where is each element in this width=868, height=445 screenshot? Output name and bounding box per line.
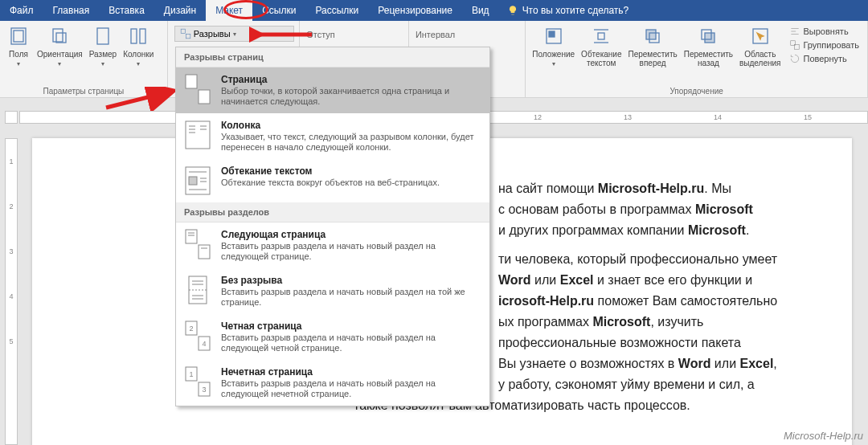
break-page-icon (184, 74, 211, 104)
size-icon (91, 24, 115, 48)
svg-text:1: 1 (189, 370, 193, 378)
tab-insert[interactable]: Вставка (99, 0, 154, 21)
wrap-text-button[interactable]: Обтекание текстом (578, 22, 624, 86)
svg-rect-16 (705, 33, 714, 43)
break-oddpage-item[interactable]: 13 Нечетная страницаВставить разрыв разд… (176, 360, 489, 406)
break-page-item[interactable]: СтраницаВыбор точки, в которой заканчива… (176, 67, 489, 113)
svg-rect-38 (186, 230, 197, 243)
arrange-extra: Выровнять Группировать Повернуть (784, 22, 865, 86)
break-textwrap-icon (184, 165, 211, 196)
svg-rect-8 (186, 35, 190, 39)
arrange-group-label: Упорядочение (529, 86, 864, 97)
align-button[interactable]: Выровнять (789, 26, 860, 37)
svg-rect-5 (131, 29, 137, 43)
ruler-vertical[interactable]: 12345 (5, 138, 18, 445)
svg-rect-6 (140, 29, 145, 43)
tab-file[interactable]: Файл (0, 0, 43, 21)
send-backward-icon (696, 24, 720, 48)
svg-rect-41 (199, 245, 210, 259)
svg-text:4: 4 (202, 340, 206, 348)
svg-rect-7 (181, 29, 185, 33)
svg-text:2: 2 (189, 325, 193, 333)
tab-review[interactable]: Рецензирование (368, 0, 462, 21)
tab-view[interactable]: Вид (462, 0, 499, 21)
position-icon (542, 24, 566, 48)
svg-rect-25 (199, 90, 210, 104)
ruler-corner (5, 111, 18, 124)
position-button[interactable]: Положение▾ (529, 22, 578, 86)
spacing-label: Интервал (416, 30, 454, 39)
margins-icon (6, 24, 31, 48)
bring-forward-icon (641, 24, 665, 48)
selection-pane-icon (748, 24, 772, 48)
wrap-text-icon (589, 24, 613, 48)
tab-references[interactable]: Ссылки (252, 0, 305, 21)
send-backward-button[interactable]: Переместить назад (681, 22, 736, 86)
indent-label: Отступ (306, 30, 345, 39)
group-button[interactable]: Группировать (789, 39, 860, 51)
breaks-dropdown: Разрывы страниц СтраницаВыбор точки, в к… (175, 47, 490, 406)
breaks-button[interactable]: Разрывы▾ (174, 26, 294, 42)
breaks-icon (180, 28, 191, 39)
bring-forward-button[interactable]: Переместить вперед (624, 22, 680, 86)
break-continuous-item[interactable]: Без разрываВставить разрыв раздела и нач… (176, 268, 489, 314)
svg-rect-14 (646, 30, 656, 39)
tab-mailings[interactable]: Рассылки (305, 0, 368, 21)
size-button[interactable]: Размер▾ (86, 22, 120, 86)
break-evenpage-icon: 24 (184, 320, 211, 351)
break-nextpage-item[interactable]: Следующая страницаВставить разрыв раздел… (176, 222, 489, 268)
break-evenpage-item[interactable]: 24 Четная страницаВставить разрыв раздел… (176, 314, 489, 360)
tell-me[interactable]: Что вы хотите сделать? (499, 0, 637, 21)
svg-text:3: 3 (202, 386, 206, 394)
break-oddpage-icon: 13 (184, 366, 211, 397)
tab-layout[interactable]: Макет (206, 0, 252, 21)
svg-rect-11 (598, 33, 604, 39)
page-setup-group-label: Параметры страницы (3, 86, 164, 97)
columns-button[interactable]: Колонки▾ (120, 22, 157, 86)
selection-pane-button[interactable]: Область выделения (736, 22, 784, 86)
columns-icon (126, 24, 150, 48)
orientation-button[interactable]: Ориентация▾ (34, 22, 86, 86)
break-column-item[interactable]: КолонкаУказывает, что текст, следующий з… (176, 113, 489, 159)
break-continuous-icon (184, 275, 211, 305)
lightbulb-icon (507, 5, 518, 16)
svg-rect-43 (189, 276, 207, 304)
svg-rect-10 (549, 31, 555, 37)
svg-rect-26 (186, 121, 210, 149)
margins-button[interactable]: Поля▾ (3, 22, 34, 86)
svg-rect-3 (56, 33, 66, 43)
svg-rect-1 (14, 31, 23, 42)
rotate-button[interactable]: Повернуть (789, 53, 860, 64)
tab-home[interactable]: Главная (43, 0, 100, 21)
ribbon-tabs: Файл Главная Вставка Дизайн Макет Ссылки… (0, 0, 868, 21)
orientation-icon (47, 24, 72, 48)
svg-rect-2 (53, 29, 63, 42)
break-column-icon (184, 120, 211, 150)
svg-rect-33 (189, 177, 197, 185)
tab-design[interactable]: Дизайн (154, 0, 206, 21)
break-nextpage-icon (184, 229, 211, 259)
break-textwrap-item[interactable]: Обтекание текстомОбтекание текста вокруг… (176, 159, 489, 202)
svg-rect-4 (97, 28, 108, 44)
section-breaks-header: Разрывы разделов (176, 202, 489, 222)
svg-rect-24 (186, 75, 197, 88)
page-breaks-header: Разрывы страниц (176, 47, 489, 67)
